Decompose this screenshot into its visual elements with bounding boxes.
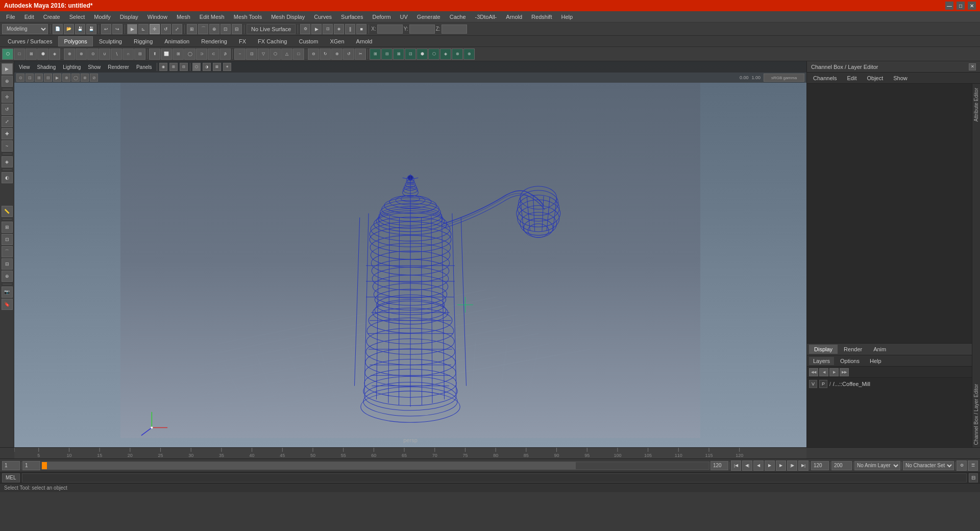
snap-grid-button[interactable]: ⊞ (187, 24, 197, 34)
bool-union-btn[interactable]: ∪ (99, 49, 110, 60)
vp-menu-view[interactable]: View (16, 64, 33, 70)
wireframe-btn[interactable]: ⬡ (192, 63, 201, 71)
edge-flow-btn[interactable]: ↻ (320, 49, 331, 60)
move-btn[interactable]: ✛ (2, 91, 13, 103)
mel-python-toggle[interactable]: MEL (2, 473, 20, 482)
texture-btn[interactable]: ⊠ (213, 63, 221, 71)
tab-custom[interactable]: Custom (293, 36, 324, 46)
menu-select[interactable]: Select (65, 13, 89, 21)
vd-btn-9[interactable]: ⊘ (90, 74, 98, 82)
title-bar-controls[interactable]: — □ ✕ (945, 2, 976, 10)
move-tool-button[interactable]: ✛ (150, 24, 160, 34)
select-mode-btn[interactable]: ⬡ (2, 49, 13, 60)
close-button[interactable]: ✕ (968, 2, 976, 10)
tab-sculpting[interactable]: Sculpting (93, 36, 128, 46)
tab-xgen[interactable]: XGen (324, 36, 350, 46)
lasso-select-button[interactable]: ⊾ (138, 24, 149, 34)
extract-btn[interactable]: ⊙ (87, 49, 99, 60)
mirror-btn[interactable]: ⊟ (134, 49, 145, 60)
vertex-mode-btn[interactable]: □ (14, 49, 25, 60)
vp-cam-btn-3[interactable]: ⊟ (180, 63, 188, 71)
paint-select-btn[interactable]: ⊕ (2, 76, 13, 87)
face-mode-btn[interactable]: ⬢ (37, 49, 48, 60)
vp-menu-shading[interactable]: Shading (35, 64, 59, 70)
measure-btn[interactable]: 📏 (2, 206, 13, 217)
menu-deform[interactable]: Deform (368, 13, 395, 21)
tab-rigging[interactable]: Rigging (128, 36, 158, 46)
rotate-btn[interactable]: ↺ (2, 104, 13, 115)
range-start-input[interactable] (22, 461, 40, 470)
range-end-input[interactable] (710, 461, 728, 470)
menu-3dto-all[interactable]: -3DtoAll- (471, 13, 501, 21)
undo-button[interactable]: ↩ (101, 24, 111, 34)
help-tab[interactable]: Help (866, 357, 886, 365)
vd-btn-2[interactable]: ⊡ (26, 74, 34, 82)
stop-render-button[interactable]: ■ (356, 24, 366, 34)
scale-btn[interactable]: ⤢ (2, 116, 13, 127)
select-tool-button[interactable]: ▶ (127, 24, 137, 34)
vd-btn-1[interactable]: ⊙ (16, 74, 24, 82)
no-char-set-dropdown[interactable]: No Character Set (903, 461, 954, 470)
vd-btn-7[interactable]: ◯ (71, 74, 80, 82)
show-manip-btn[interactable]: ◈ (2, 156, 13, 167)
anim-range-end-input[interactable] (811, 461, 829, 470)
rb-tab-render[interactable]: Render (839, 345, 867, 354)
layers-tab[interactable]: Layers (809, 357, 834, 365)
cb-tab-object[interactable]: Object (863, 74, 887, 82)
menu-edit[interactable]: Edit (20, 13, 38, 21)
bool-diff-btn[interactable]: ∖ (111, 49, 122, 60)
sculpt-btn[interactable]: ◐ (2, 172, 13, 183)
menu-mesh-display[interactable]: Mesh Display (267, 13, 309, 21)
edge-loop-btn[interactable]: ⊖ (308, 49, 319, 60)
next-frame-btn[interactable]: ▶ (829, 368, 839, 376)
next-key-btn[interactable]: |▶ (787, 461, 797, 471)
collapse-btn[interactable]: ⊂ (208, 49, 219, 60)
bookmark-btn[interactable]: 🔖 (2, 299, 13, 310)
smooth-btn[interactable]: ~ (234, 49, 246, 60)
current-frame-input[interactable] (2, 461, 20, 470)
redo-button[interactable]: ↪ (112, 24, 122, 34)
view-snap-btn[interactable]: ⊟ (2, 258, 13, 270)
vp-cam-btn-1[interactable]: ◉ (159, 63, 167, 71)
soft-mod-btn[interactable]: ~ (2, 140, 13, 152)
z-input[interactable] (442, 25, 467, 34)
ipr-render-button[interactable]: ⊡ (323, 24, 333, 34)
snap-btn[interactable]: ⊞ (2, 222, 13, 233)
anim-options-btn[interactable]: ☰ (968, 461, 978, 471)
grid-snap-btn[interactable]: ⊡ (2, 234, 13, 245)
vd-btn-5[interactable]: ▶ (53, 74, 61, 82)
menu-generate[interactable]: Generate (413, 13, 445, 21)
layer-type-p[interactable]: P (819, 380, 827, 388)
menu-redshift[interactable]: Redshift (527, 13, 556, 21)
point-snap-btn[interactable]: ⊕ (2, 271, 13, 282)
menu-surfaces[interactable]: Surfaces (337, 13, 367, 21)
prev-key-btn[interactable]: ◀| (742, 461, 752, 471)
vd-btn-4[interactable]: ⊟ (44, 74, 52, 82)
cb-tab-edit[interactable]: Edit (843, 74, 861, 82)
menu-arnold[interactable]: Arnold (502, 13, 526, 21)
no-anim-layer-dropdown[interactable]: No Anim Layer (854, 461, 900, 470)
vd-btn-8[interactable]: ⊗ (81, 74, 89, 82)
new-file-button[interactable]: 📄 (53, 24, 63, 34)
green-btn-7[interactable]: ◈ (440, 49, 451, 60)
select-btn[interactable]: ▶ (2, 63, 13, 75)
render-preview-button[interactable]: ▶ (311, 24, 322, 34)
green-btn-4[interactable]: ⊡ (405, 49, 416, 60)
green-btn-8[interactable]: ⊗ (452, 49, 463, 60)
save-file-button[interactable]: 💾 (75, 24, 85, 34)
cb-tab-channels[interactable]: Channels (809, 74, 841, 82)
offset-btn[interactable]: ⊕ (331, 49, 342, 60)
cut-btn[interactable]: ✂ (355, 49, 366, 60)
command-input[interactable] (22, 473, 967, 482)
subdiv-btn[interactable]: ⊡ (246, 49, 257, 60)
bool-inter-btn[interactable]: ∩ (122, 49, 134, 60)
smooth-shade-btn[interactable]: ◑ (203, 63, 211, 71)
list-item[interactable]: V P / /...::Coffee_Mill (809, 379, 970, 389)
green-btn-9[interactable]: ⊕ (463, 49, 475, 60)
play-btn[interactable]: ▶ (765, 461, 775, 471)
green-btn-5[interactable]: ⬢ (416, 49, 428, 60)
vp-menu-show[interactable]: Show (85, 64, 103, 70)
extrude-btn[interactable]: ⬆ (149, 49, 160, 60)
snap-curve-button[interactable]: ⌒ (198, 24, 208, 34)
script-editor-btn[interactable]: ⊟ (969, 473, 978, 482)
